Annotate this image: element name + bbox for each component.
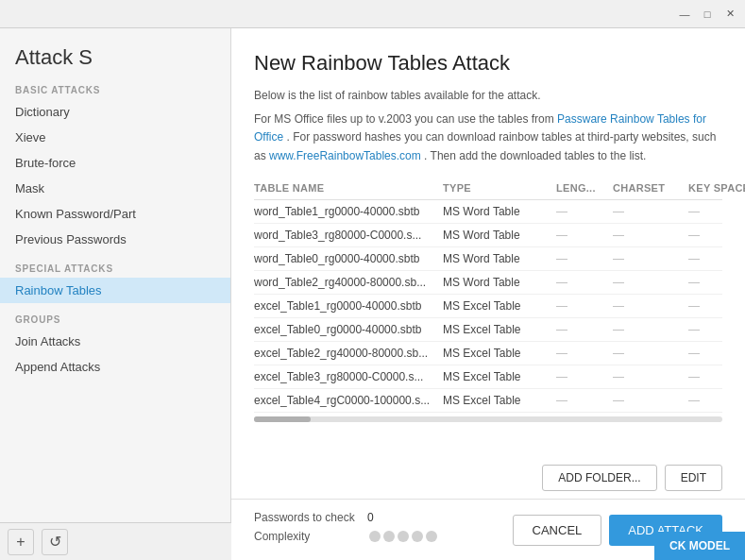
- cell-type: MS Word Table: [443, 252, 556, 265]
- cell-type: MS Excel Table: [443, 370, 556, 383]
- cell-charset: —: [613, 323, 688, 336]
- add-button[interactable]: +: [8, 529, 34, 555]
- col-charset: CHARSET: [613, 182, 688, 194]
- passwords-label: Passwords to check: [254, 511, 367, 524]
- minimize-button[interactable]: —: [677, 7, 692, 22]
- cell-type: MS Excel Table: [443, 299, 556, 313]
- cell-keyspace: —: [688, 347, 745, 360]
- window-chrome: — □ ✕: [0, 0, 745, 28]
- nav-brute-force[interactable]: Brute-force: [0, 150, 230, 176]
- table-container: TABLE NAME TYPE LENG... CHARSET KEY SPAC…: [231, 177, 745, 453]
- cell-keyspace: —: [688, 323, 745, 336]
- table-row[interactable]: word_Table2_rg40000-80000.sb... MS Word …: [254, 271, 722, 295]
- cell-name: excel_Table2_rg40000-80000.sb...: [254, 347, 443, 360]
- cell-length: —: [556, 276, 613, 289]
- table-actions: ADD FOLDER... EDIT: [231, 453, 745, 499]
- cell-keyspace: —: [688, 299, 745, 313]
- table-row[interactable]: excel_Table1_rg0000-40000.sbtb MS Excel …: [254, 295, 722, 318]
- complexity-dot: [383, 531, 395, 542]
- complexity-row: Complexity: [254, 530, 513, 543]
- close-button[interactable]: ✕: [722, 7, 737, 22]
- cell-type: MS Word Table: [443, 205, 556, 218]
- nav-previous-passwords[interactable]: Previous Passwords: [0, 227, 230, 252]
- left-panel: Attack S BASIC ATTACKS Dictionary Xieve …: [0, 28, 231, 560]
- cell-name: excel_Table0_rg0000-40000.sbtb: [254, 323, 443, 336]
- cell-charset: —: [613, 276, 688, 289]
- cell-name: word_Table2_rg40000-80000.sb...: [254, 276, 443, 289]
- cell-charset: —: [613, 394, 688, 407]
- cell-length: —: [556, 394, 613, 407]
- table-row[interactable]: word_Table3_rg80000-C0000.s... MS Word T…: [254, 224, 722, 247]
- cell-length: —: [556, 229, 613, 242]
- ck-model-button[interactable]: CK MODEL: [654, 532, 745, 560]
- section-special-attacks: SPECIAL ATTACKS: [0, 252, 230, 278]
- cell-length: —: [556, 347, 613, 360]
- cell-keyspace: —: [688, 276, 745, 289]
- dialog-title: New Rainbow Tables Attack: [254, 51, 722, 76]
- cell-name: excel_Table4_rgC0000-100000.s...: [254, 394, 443, 407]
- cell-length: —: [556, 252, 613, 265]
- col-length: LENG...: [556, 182, 613, 194]
- complexity-dots: [369, 531, 437, 542]
- nav-dictionary[interactable]: Dictionary: [0, 99, 230, 125]
- cell-charset: —: [613, 299, 688, 313]
- table-row[interactable]: excel_Table0_rg0000-40000.sbtb MS Excel …: [254, 318, 722, 342]
- passwords-row: Passwords to check 0: [254, 511, 513, 524]
- edit-button[interactable]: EDIT: [665, 465, 722, 491]
- cell-keyspace: —: [688, 229, 745, 242]
- cell-name: word_Table3_rg80000-C0000.s...: [254, 229, 443, 242]
- undo-button[interactable]: ↺: [42, 529, 68, 555]
- table-row[interactable]: word_Table0_rg0000-40000.sbtb MS Word Ta…: [254, 247, 722, 271]
- cell-type: MS Excel Table: [443, 323, 556, 336]
- footer-info: Passwords to check 0 Complexity: [254, 511, 513, 549]
- add-folder-button[interactable]: ADD FOLDER...: [542, 465, 656, 491]
- cancel-button[interactable]: CANCEL: [513, 515, 602, 546]
- cell-keyspace: —: [688, 252, 745, 265]
- complexity-dot: [426, 531, 437, 542]
- cell-charset: —: [613, 229, 688, 242]
- bottom-toolbar: + ↺: [0, 522, 231, 560]
- table-rows: word_Table1_rg0000-40000.sbtb MS Word Ta…: [254, 200, 722, 413]
- app-title: Attack S: [0, 38, 230, 74]
- cell-type: MS Excel Table: [443, 394, 556, 407]
- nav-xieve[interactable]: Xieve: [0, 125, 230, 150]
- nav-rainbow-tables[interactable]: Rainbow Tables: [0, 278, 230, 303]
- cell-charset: —: [613, 205, 688, 218]
- cell-length: —: [556, 370, 613, 383]
- section-basic-attacks: BASIC ATTACKS: [0, 74, 230, 99]
- complexity-dot: [412, 531, 423, 542]
- table-row[interactable]: word_Table1_rg0000-40000.sbtb MS Word Ta…: [254, 200, 722, 224]
- table-row[interactable]: excel_Table2_rg40000-80000.sb... MS Exce…: [254, 342, 722, 365]
- nav-mask[interactable]: Mask: [0, 176, 230, 201]
- cell-keyspace: —: [688, 394, 745, 407]
- table-row[interactable]: excel_Table3_rg80000-C0000.s... MS Excel…: [254, 365, 722, 389]
- maximize-button[interactable]: □: [700, 7, 715, 22]
- nav-known-password[interactable]: Known Password/Part: [0, 201, 230, 227]
- cell-length: —: [556, 205, 613, 218]
- cell-name: word_Table1_rg0000-40000.sbtb: [254, 205, 443, 218]
- free-rainbow-tables-link[interactable]: www.FreeRainbowTables.com: [269, 149, 421, 162]
- complexity-dot: [369, 531, 381, 542]
- main-dialog: New Rainbow Tables Attack Below is the l…: [231, 28, 745, 560]
- table-row[interactable]: excel_Table4_rgC0000-100000.s... MS Exce…: [254, 389, 722, 413]
- nav-join-attacks[interactable]: Join Attacks: [0, 329, 230, 354]
- cell-keyspace: —: [688, 370, 745, 383]
- table-header: TABLE NAME TYPE LENG... CHARSET KEY SPAC…: [254, 177, 722, 200]
- complexity-label: Complexity: [254, 530, 367, 543]
- scrollbar-thumb[interactable]: [254, 416, 311, 422]
- cell-keyspace: —: [688, 205, 745, 218]
- cell-type: MS Word Table: [443, 276, 556, 289]
- cell-length: —: [556, 323, 613, 336]
- cell-charset: —: [613, 347, 688, 360]
- scrollbar-track[interactable]: [254, 416, 722, 422]
- dialog-header: New Rainbow Tables Attack Below is the l…: [231, 28, 745, 177]
- cell-name: excel_Table1_rg0000-40000.sbtb: [254, 299, 443, 313]
- complexity-dot: [398, 531, 409, 542]
- nav-append-attacks[interactable]: Append Attacks: [0, 354, 230, 380]
- col-table-name: TABLE NAME: [254, 182, 443, 194]
- section-groups: GROUPS: [0, 303, 230, 329]
- cell-type: MS Excel Table: [443, 347, 556, 360]
- cell-charset: —: [613, 252, 688, 265]
- passwords-value: 0: [367, 511, 374, 524]
- cell-type: MS Word Table: [443, 229, 556, 242]
